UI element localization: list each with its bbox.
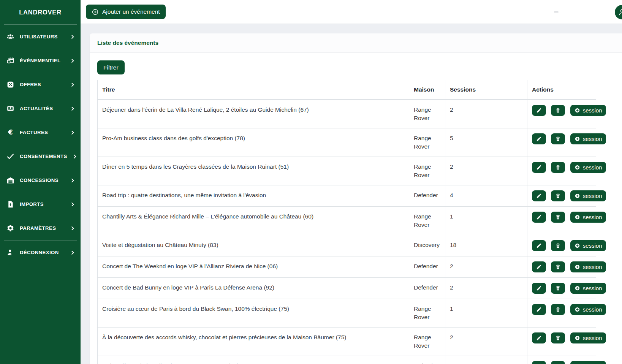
event-sessions-cell: 2 (445, 100, 527, 128)
sidebar-item-utilisateurs[interactable]: UTILISATEURS (0, 25, 81, 49)
add-session-button[interactable]: session (570, 162, 606, 173)
add-session-button[interactable]: session (570, 332, 606, 343)
event-sessions-cell: 1 (445, 207, 527, 235)
news-icon (6, 104, 15, 112)
event-actions-cell: session (527, 207, 596, 235)
app-root: LANDROVER UTILISATEURS ÉVÉNEMENTIEL OFFR… (0, 0, 622, 364)
plus-circle-icon (575, 243, 580, 248)
delete-button[interactable] (551, 261, 565, 272)
users-icon (6, 33, 15, 41)
delete-button[interactable] (551, 283, 565, 294)
edit-button[interactable] (532, 133, 546, 144)
event-sessions-cell: 1 (445, 356, 527, 364)
delete-button[interactable] (551, 240, 565, 251)
brand-logo: LANDROVER (0, 0, 81, 24)
sidebar-item-deconnexion[interactable]: DÉCONNEXION (0, 241, 81, 264)
edit-button[interactable] (532, 162, 546, 173)
pencil-icon (536, 335, 542, 341)
add-session-button[interactable]: session (570, 240, 606, 251)
event-actions-cell: session (527, 256, 596, 278)
delete-button[interactable] (551, 190, 565, 201)
edit-button[interactable] (532, 240, 546, 251)
sidebar-item-offres[interactable]: OFFRES (0, 73, 81, 97)
event-actions-cell: session (527, 128, 596, 157)
chevron-right-icon (70, 34, 75, 40)
table-row: Dîner en 5 temps dans les Crayères class… (98, 157, 596, 185)
sidebar-item-label: IMPORTS (20, 201, 44, 207)
delete-button[interactable] (551, 332, 565, 343)
person-circle-icon (617, 8, 622, 17)
event-title-cell: Road trip : quatre destinations, une mêm… (98, 185, 409, 207)
pencil-icon (536, 243, 542, 248)
card-title: Liste des événements (97, 40, 158, 46)
delete-button[interactable] (551, 304, 565, 315)
delete-button[interactable] (551, 212, 565, 223)
pencil-icon (536, 193, 542, 199)
event-title-cell: Pro-Am business class dans des golfs d'e… (98, 128, 409, 157)
sidebar-item-label: DÉCONNEXION (20, 250, 59, 255)
session-label: session (583, 306, 602, 313)
sidebar-item-factures[interactable]: € FACTURES (0, 120, 81, 144)
table-row: Déjeuner dans l'écrin de La Villa René L… (98, 100, 596, 128)
add-session-button[interactable]: session (570, 304, 606, 315)
trash-icon (555, 108, 561, 113)
edit-button[interactable] (532, 261, 546, 272)
plus-circle-icon (575, 285, 580, 291)
edit-button[interactable] (532, 190, 546, 201)
col-header-maison: Maison (409, 80, 445, 100)
edit-button[interactable] (532, 105, 546, 116)
add-session-button[interactable]: session (570, 133, 606, 144)
add-session-button[interactable]: session (570, 212, 606, 223)
edit-button[interactable] (532, 361, 546, 364)
sidebar-item-label: ACTUALITÉS (20, 106, 53, 111)
add-session-button[interactable]: session (570, 190, 606, 201)
event-actions-cell: session (527, 157, 596, 185)
sidebar: LANDROVER UTILISATEURS ÉVÉNEMENTIEL OFFR… (0, 0, 81, 364)
chevron-right-icon (70, 106, 75, 111)
session-label: session (583, 285, 602, 291)
sidebar-item-consentements[interactable]: CONSENTEMENTS (0, 144, 81, 168)
topbar: Ajouter un événement (81, 0, 622, 24)
add-session-button[interactable]: session (570, 261, 606, 272)
trash-icon (555, 214, 561, 220)
card-header: Liste des événements (90, 33, 622, 53)
user-avatar[interactable] (615, 5, 622, 19)
sidebar-item-parametres[interactable]: PARAMÈTRES (0, 216, 81, 240)
sidebar-item-imports[interactable]: IMPORTS (0, 192, 81, 216)
add-session-button[interactable]: session (570, 283, 606, 294)
check-icon (6, 152, 15, 160)
edit-button[interactable] (532, 304, 546, 315)
percent-icon (6, 81, 15, 89)
event-sessions-cell: 2 (445, 157, 527, 185)
calendar-icon (6, 57, 15, 65)
garage-icon (6, 176, 15, 184)
main-content: Liste des événements Filtrer Titre Maiso… (81, 24, 622, 364)
delete-button[interactable] (551, 162, 565, 173)
gear-icon (6, 224, 15, 232)
add-session-button[interactable]: session (570, 361, 606, 364)
event-actions-cell: session (527, 185, 596, 207)
event-title-cell: À la découverte des accords whisky, choc… (98, 328, 409, 356)
delete-button[interactable] (551, 361, 565, 364)
delete-button[interactable] (551, 133, 565, 144)
sidebar-item-concessions[interactable]: CONCESSIONS (0, 168, 81, 192)
sidebar-item-evenementiel[interactable]: ÉVÉNEMENTIEL (0, 49, 81, 73)
event-maison-cell: Range Rover (409, 207, 445, 235)
event-actions-cell: session (527, 356, 596, 364)
event-title-cell: Chantilly Arts & Élégance Richard Mille … (98, 207, 409, 235)
trash-icon (555, 165, 561, 170)
add-event-button[interactable]: Ajouter un événement (86, 5, 166, 19)
filter-button[interactable]: Filtrer (97, 60, 125, 74)
edit-button[interactable] (532, 283, 546, 294)
event-maison-cell: Defender (409, 278, 445, 299)
edit-button[interactable] (532, 332, 546, 343)
add-session-button[interactable]: session (570, 105, 606, 116)
sidebar-item-actualites[interactable]: ACTUALITÉS (0, 97, 81, 120)
delete-button[interactable] (551, 105, 565, 116)
events-card: Liste des événements Filtrer Titre Maiso… (90, 33, 622, 364)
event-actions-cell: session (527, 100, 596, 128)
event-title-cell: Visite et dégustation au Château Minuty … (98, 235, 409, 256)
edit-button[interactable] (532, 212, 546, 223)
sidebar-item-label: ÉVÉNEMENTIEL (20, 58, 60, 63)
euro-icon: € (6, 128, 15, 136)
